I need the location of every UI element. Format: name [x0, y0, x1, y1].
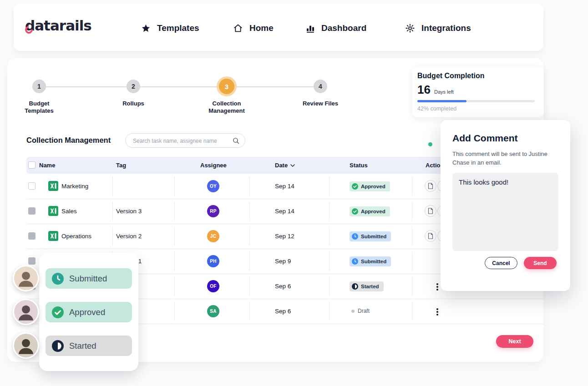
task-date: Sep 14: [275, 208, 294, 215]
row-checkbox[interactable]: [28, 232, 35, 240]
modal-title: Add Comment: [452, 133, 518, 144]
stepper-connector: [46, 86, 127, 87]
assignee-avatar: OY: [207, 180, 219, 192]
nav-label: Templates: [157, 23, 199, 33]
assignee-avatar: SA: [207, 305, 219, 317]
nav-label: Home: [249, 23, 274, 33]
file-action-button[interactable]: [425, 205, 436, 217]
add-comment-modal: Add Comment This comment will be sent to…: [441, 120, 570, 291]
days-left-value: 16: [417, 83, 431, 97]
step-2-label: Rollups: [115, 100, 152, 107]
half-circle-icon: [52, 340, 64, 352]
task-name: Sales: [61, 208, 77, 215]
gear-icon: [405, 23, 415, 33]
column-header-date-sort[interactable]: Date: [275, 162, 295, 169]
comment-textarea[interactable]: This looks good!: [452, 173, 558, 251]
select-all-checkbox[interactable]: [28, 161, 35, 169]
status-badge-started: Started: [350, 281, 384, 291]
step-4-label: Review Files: [295, 100, 345, 107]
send-button[interactable]: Send: [524, 257, 557, 269]
section-title: Collection Management: [26, 136, 111, 145]
file-action-button[interactable]: [425, 230, 436, 242]
status-badge-approved: Approved: [350, 181, 390, 191]
progress-bar-track: [417, 100, 535, 102]
task-name: Operations: [61, 233, 91, 240]
task-date: Sep 6: [275, 308, 291, 315]
check-circle-icon: [352, 183, 358, 190]
legend-submitted-badge: Submitted: [46, 268, 132, 289]
row-checkbox[interactable]: [28, 257, 35, 265]
status-indicator-dot: [428, 142, 432, 146]
clock-circle-icon: [352, 233, 358, 240]
column-header-name: Name: [39, 162, 55, 169]
chevron-down-icon: [290, 164, 295, 167]
check-circle-icon: [52, 306, 64, 318]
stepper-connector: [140, 86, 219, 87]
nav-label: Dashboard: [321, 23, 366, 33]
percent-completed-label: 42% completed: [417, 105, 456, 112]
task-tag: Version 2: [116, 233, 142, 240]
assignee-avatar: OF: [207, 280, 219, 292]
bar-chart-icon: [306, 24, 315, 33]
top-navigation: datarails Templates Home Dashboard In: [14, 4, 543, 51]
avatar-photo: [13, 299, 39, 325]
step-1-circle[interactable]: 1: [32, 80, 46, 93]
task-tag: Version 3: [116, 208, 142, 215]
kebab-menu-button[interactable]: [434, 307, 441, 316]
task-date: Sep 6: [275, 283, 291, 290]
search-input[interactable]: [132, 134, 229, 148]
search-icon: [233, 137, 239, 146]
document-icon: [428, 208, 433, 214]
task-name: Marketing: [61, 183, 88, 190]
row-checkbox[interactable]: [28, 207, 35, 215]
step-3-label: Collection Management: [206, 100, 248, 115]
status-badge-approved: Approved: [350, 206, 390, 216]
status-draft: Draft: [351, 308, 370, 314]
file-action-button[interactable]: [425, 180, 436, 192]
logo[interactable]: datarails: [25, 17, 91, 37]
excel-file-icon: [48, 231, 58, 241]
datarails-app: datarails Templates Home Dashboard In: [0, 0, 588, 386]
row-checkbox[interactable]: [28, 182, 35, 190]
step-3-circle-active[interactable]: 3: [219, 79, 234, 94]
assignee-avatar: JC: [207, 230, 219, 242]
budget-completion-card: Budget Completion 16 Days left 42% compl…: [412, 66, 544, 117]
next-button[interactable]: Next: [496, 335, 533, 348]
logo-text: datarails: [25, 17, 91, 34]
assignee-avatar: RP: [207, 205, 219, 217]
legend-started-badge: Started: [46, 336, 132, 356]
cancel-button[interactable]: Cancel: [485, 257, 517, 269]
legend-approved-badge: Approved: [46, 302, 132, 322]
date-header-label: Date: [275, 162, 288, 169]
days-left-label: Days left: [434, 89, 454, 95]
avatar-photo: [13, 265, 39, 291]
nav-item-home[interactable]: Home: [233, 21, 274, 35]
status-badge-submitted: Submitted: [350, 231, 391, 241]
task-date: Sep 14: [275, 183, 294, 190]
clock-circle-icon: [352, 258, 358, 265]
modal-description: This comment will be sent to Justine Cha…: [452, 150, 561, 167]
status-legend-card: Submitted Approved Started: [39, 253, 138, 371]
avatar-photo: [13, 332, 39, 359]
nav-item-templates[interactable]: Templates: [141, 21, 199, 35]
nav-label: Integrations: [421, 23, 471, 33]
progress-bar-fill: [417, 100, 466, 102]
draft-dot-icon: [351, 310, 355, 313]
step-4-circle[interactable]: 4: [314, 80, 327, 93]
kebab-menu-button[interactable]: [434, 282, 441, 291]
task-date: Sep 12: [275, 233, 294, 240]
home-icon: [233, 23, 243, 33]
clock-circle-icon: [52, 273, 64, 285]
step-2-circle[interactable]: 2: [127, 80, 140, 93]
assignee-avatar: PH: [207, 255, 219, 267]
check-circle-icon: [352, 208, 358, 215]
nav-item-integrations[interactable]: Integrations: [405, 21, 471, 35]
budget-completion-title: Budget Completion: [417, 72, 485, 80]
column-header-status: Status: [350, 162, 368, 169]
search-box: [125, 133, 245, 148]
column-header-assignee: Assignee: [200, 162, 227, 169]
half-circle-icon: [352, 283, 358, 290]
excel-file-icon: [48, 206, 58, 216]
column-header-tag: Tag: [116, 162, 126, 169]
nav-item-dashboard[interactable]: Dashboard: [306, 21, 366, 35]
